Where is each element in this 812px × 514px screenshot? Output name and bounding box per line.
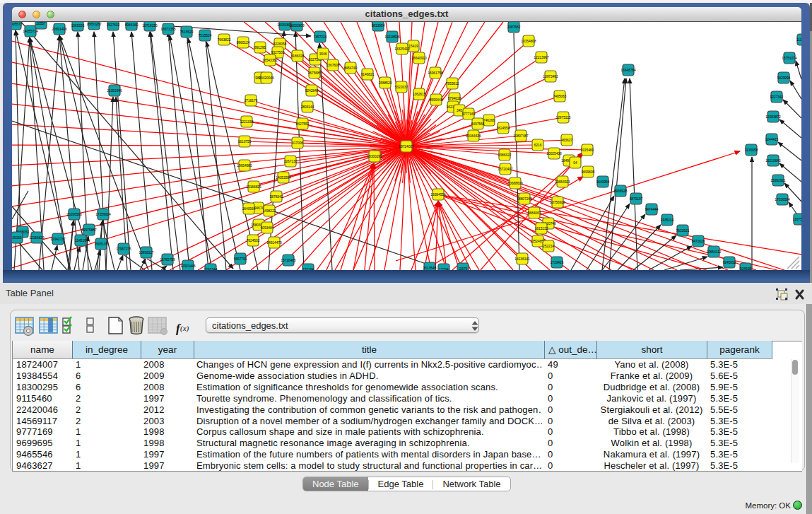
svg-text:1905573: 1905573 [12, 23, 23, 26]
svg-text:17334: 17334 [439, 268, 449, 270]
svg-text:20164436: 20164436 [466, 134, 481, 138]
svg-text:7663822: 7663822 [218, 38, 231, 42]
svg-text:10973493: 10973493 [543, 75, 558, 78]
svg-text:8813054: 8813054 [372, 24, 385, 28]
svg-text:3267130: 3267130 [284, 160, 298, 163]
svg-text:12923446: 12923446 [180, 264, 196, 268]
svg-text:11573: 11573 [459, 267, 468, 270]
svg-text:12942737: 12942737 [50, 238, 66, 241]
svg-text:3215958: 3215958 [745, 148, 758, 152]
svg-text:20557: 20557 [36, 22, 46, 25]
svg-text:8990448: 8990448 [430, 98, 443, 102]
svg-text:17016504: 17016504 [775, 198, 790, 201]
svg-text:7624502: 7624502 [247, 239, 260, 243]
svg-text:6497568: 6497568 [471, 122, 485, 126]
svg-text:16543362: 16543362 [262, 59, 278, 62]
svg-text:10756928: 10756928 [550, 201, 565, 204]
svg-text:6794028: 6794028 [448, 97, 461, 100]
svg-text:9327503: 9327503 [271, 51, 285, 54]
svg-text:1546: 1546 [319, 52, 327, 56]
svg-text:8960124: 8960124 [237, 41, 250, 45]
svg-text:19654985: 19654985 [237, 164, 252, 168]
svg-text:12093872: 12093872 [765, 115, 781, 119]
svg-text:6093484: 6093484 [261, 226, 274, 230]
svg-text:7632621: 7632621 [676, 229, 690, 233]
svg-text:10025438: 10025438 [546, 152, 562, 156]
svg-text:15716485: 15716485 [281, 259, 296, 262]
svg-text:1167534: 1167534 [793, 218, 801, 221]
svg-text:891295: 891295 [254, 46, 266, 49]
svg-text:14914479: 14914479 [266, 241, 282, 245]
svg-text:9227342: 9227342 [770, 95, 784, 99]
svg-text:1221338: 1221338 [240, 120, 254, 124]
svg-text:13325419: 13325419 [394, 47, 410, 51]
svg-text:924505: 924505 [740, 267, 751, 270]
svg-text:1292344: 1292344 [204, 268, 218, 270]
svg-text:12156829: 12156829 [29, 236, 45, 240]
svg-text:7485063: 7485063 [553, 95, 567, 98]
svg-text:15419: 15419 [408, 45, 418, 48]
svg-text:8471626: 8471626 [692, 240, 705, 243]
svg-text:2935114: 2935114 [661, 218, 674, 222]
svg-text:7515520: 7515520 [180, 30, 194, 34]
svg-text:157164: 157164 [302, 268, 314, 270]
svg-text:10154808: 10154808 [521, 40, 536, 43]
svg-text:1640954: 1640954 [596, 180, 610, 184]
svg-text:17359934: 17359934 [95, 213, 111, 216]
svg-text:18807249: 18807249 [517, 197, 532, 201]
svg-text:3624554: 3624554 [497, 127, 510, 130]
svg-text:6216: 6216 [534, 144, 542, 147]
svg-text:10807487: 10807487 [513, 134, 529, 138]
svg-text:16648784: 16648784 [620, 69, 636, 72]
svg-text:12975115: 12975115 [556, 116, 571, 119]
svg-text:14055714: 14055714 [23, 30, 38, 33]
svg-text:16640910: 16640910 [411, 57, 427, 60]
svg-text:1498222: 1498222 [263, 209, 276, 213]
svg-text:9115460: 9115460 [581, 148, 594, 152]
svg-text:114519: 114519 [75, 239, 86, 243]
svg-text:19218506: 19218506 [384, 35, 400, 39]
svg-text:10958117: 10958117 [139, 251, 154, 255]
svg-text:16653267: 16653267 [86, 23, 102, 26]
svg-text:20206566: 20206566 [66, 213, 82, 216]
svg-text:14353594: 14353594 [276, 176, 291, 180]
svg-text:10654112: 10654112 [707, 250, 722, 254]
svg-text:6966160: 6966160 [125, 23, 139, 27]
svg-text:16671355: 16671355 [160, 28, 176, 31]
svg-text:9242848: 9242848 [305, 89, 319, 93]
svg-text:19654923: 19654923 [555, 180, 570, 184]
svg-text:8454749: 8454749 [344, 66, 358, 70]
svg-text:2718176: 2718176 [245, 99, 258, 103]
svg-text:21053346: 21053346 [107, 89, 122, 93]
svg-text:9457791: 9457791 [234, 257, 247, 261]
svg-text:1527602: 1527602 [107, 23, 120, 27]
svg-text:9777169: 9777169 [462, 112, 476, 116]
svg-text:8186328: 8186328 [291, 54, 305, 58]
svg-text:(x): (x) [180, 324, 189, 333]
svg-text:3675685: 3675685 [308, 71, 322, 75]
svg-text:18300295: 18300295 [367, 155, 382, 158]
svg-text:7515524: 7515524 [199, 34, 212, 37]
svg-text:10719155: 10719155 [142, 24, 158, 28]
svg-text:1610755: 1610755 [238, 140, 252, 144]
svg-text:8427552: 8427552 [296, 122, 310, 126]
svg-text:1117496: 1117496 [796, 38, 801, 42]
svg-text:9699695: 9699695 [582, 170, 595, 174]
svg-text:5322037: 5322037 [395, 86, 408, 89]
svg-text:1640934: 1640934 [242, 207, 256, 211]
svg-text:6879197: 6879197 [630, 197, 643, 201]
svg-text:2367608: 2367608 [326, 64, 340, 67]
svg-text:1362615: 1362615 [413, 93, 426, 96]
svg-text:14136141: 14136141 [514, 257, 530, 261]
svg-text:746266: 746266 [483, 119, 495, 122]
svg-text:19166825: 19166825 [246, 185, 261, 189]
svg-text:2087682: 2087682 [507, 25, 521, 29]
svg-text:252214: 252214 [543, 245, 554, 248]
svg-text:15751074: 15751074 [782, 57, 797, 60]
svg-text:19384554: 19384554 [430, 193, 446, 197]
svg-text:16033809: 16033809 [289, 24, 305, 28]
svg-text:16782759: 16782759 [160, 258, 175, 262]
svg-text:9329996: 9329996 [777, 76, 791, 80]
svg-text:1615132: 1615132 [535, 227, 548, 230]
svg-text:7955812: 7955812 [446, 82, 459, 86]
